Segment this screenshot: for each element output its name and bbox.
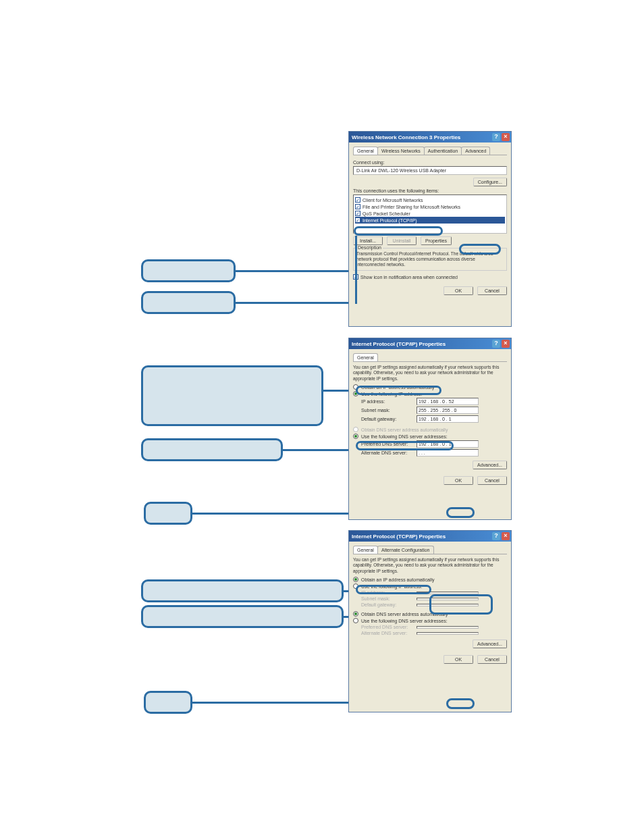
items-label: This connection uses the following items… [353,188,507,193]
connect-using-label: Connect using: [353,160,507,165]
connector-line-vert [355,270,357,304]
install-button[interactable]: Install... [353,236,383,245]
cancel-button[interactable]: Cancel [477,476,507,485]
subnet-mask-label: Subnet mask: [361,596,417,601]
list-item[interactable]: ✓ QoS Packet Scheduler [355,210,505,217]
window-title: Internet Protocol (TCP/IP) Properties [352,533,446,540]
radio-icon[interactable] [353,434,358,439]
tab-alternate-config[interactable]: Alternate Configuration [377,546,434,554]
default-gateway-label: Default gateway: [361,602,417,607]
radio-label: Obtain an IP address automatically [361,577,434,582]
titlebar: Internet Protocol (TCP/IP) Properties ? … [349,338,511,349]
configure-button[interactable]: Configure... [473,178,507,186]
checkbox-icon[interactable]: ✓ [355,217,360,223]
help-icon[interactable]: ? [492,340,500,348]
window-title: Internet Protocol (TCP/IP) Properties [352,341,446,347]
callout-6 [141,579,344,602]
titlebar: Wireless Network Connection 3 Properties… [349,132,511,142]
tab-wireless-networks[interactable]: Wireless Networks [377,147,425,155]
cancel-button[interactable]: Cancel [477,655,507,664]
radio-icon[interactable] [353,618,358,623]
list-item[interactable]: ✓ File and Printer Sharing for Microsoft… [355,203,505,210]
close-icon[interactable]: × [502,133,510,141]
radio-icon [353,427,358,432]
radio-use-dns[interactable]: Use the following DNS server addresses: [353,618,507,623]
dialog-tcpip-properties-auto: Internet Protocol (TCP/IP) Properties ? … [348,530,512,712]
tab-authentication[interactable]: Authentication [424,147,462,155]
dialog-tcpip-properties-static: Internet Protocol (TCP/IP) Properties ? … [348,338,512,520]
preferred-dns-field [417,626,479,629]
show-icon-label: Show icon in notification area when conn… [360,275,458,280]
tab-general[interactable]: General [353,147,378,155]
list-item-label: Client for Microsoft Networks [363,198,423,203]
highlight-obtain-ip [356,386,441,395]
ok-button[interactable]: OK [444,476,473,485]
checkbox-icon[interactable]: ✓ [355,197,360,203]
ok-button[interactable]: OK [444,655,473,664]
connector-line [236,270,356,272]
preferred-dns-label: Preferred DNS server: [361,625,417,629]
advanced-button[interactable]: Advanced... [473,640,507,648]
description-legend: Description [356,245,383,250]
callout-4 [141,438,283,461]
list-item-label: QoS Packet Scheduler [363,211,410,216]
help-icon[interactable]: ? [492,133,500,141]
radio-label: Use the following DNS server addresses: [361,619,448,623]
advanced-button[interactable]: Advanced... [473,461,507,469]
callout-5 [144,502,192,525]
ok-button[interactable]: OK [444,286,473,295]
callout-2 [141,291,236,314]
radio-label: Obtain DNS server address automatically [361,427,448,432]
highlight-ok-btn-3 [446,698,475,709]
highlight-use-ip [356,585,431,594]
ip-address-label: IP address: [361,399,417,404]
subnet-mask-field[interactable]: 255 . 255 . 255 . 0 [417,407,479,414]
list-item-label: Internet Protocol (TCP/IP) [363,218,417,223]
list-item[interactable]: ✓ Client for Microsoft Networks [355,197,505,203]
connector-line-vert [355,236,357,272]
instruction-text: You can get IP settings assigned automat… [353,365,507,382]
default-gateway-field[interactable]: 192 . 168 . 0 . 1 [417,415,479,423]
window-title: Wireless Network Connection 3 Properties [352,134,460,140]
close-icon[interactable]: × [502,532,510,540]
titlebar: Internet Protocol (TCP/IP) Properties ? … [349,531,511,542]
show-icon-checkbox-row[interactable]: ✓ Show icon in notification area when co… [353,274,507,280]
checkbox-icon[interactable]: ✓ [355,204,360,209]
highlight-ip-fields [429,594,493,615]
radio-use-dns[interactable]: Use the following DNS server addresses: [353,434,507,439]
alternate-dns-label: Alternate DNS server: [361,631,417,635]
tabs: General Alternate Configuration [353,546,507,554]
ip-address-field[interactable]: 192 . 168 . 0 . 52 [417,398,479,405]
uninstall-button[interactable]: Uninstall [387,236,417,245]
connector-line [236,302,356,304]
tab-advanced[interactable]: Advanced [461,147,490,155]
adapter-field: D-Link Air DWL-120 Wireless USB Adapter [353,166,507,175]
callout-3 [141,365,323,426]
checkbox-icon[interactable]: ✓ [355,211,360,216]
callout-8 [144,691,192,714]
alternate-dns-label: Alternate DNS server: [361,450,417,455]
alternate-dns-field [417,632,479,635]
radio-icon[interactable] [353,577,358,582]
subnet-mask-label: Subnet mask: [361,408,417,413]
properties-button[interactable]: Properties [421,236,452,245]
instruction-text: You can get IP settings assigned automat… [353,557,507,574]
cancel-button[interactable]: Cancel [477,286,507,295]
highlight-tcpip-item [354,226,443,236]
tab-general[interactable]: General [353,353,378,361]
highlight-ok-btn-2 [446,507,475,518]
callout-1 [141,259,236,282]
tabs: General [353,353,507,362]
radio-icon[interactable] [353,611,358,617]
connector-line [283,449,356,451]
radio-obtain-dns[interactable]: Obtain DNS server address automatically [353,427,507,432]
tab-general[interactable]: General [353,546,378,554]
close-icon[interactable]: × [502,340,510,348]
list-item-label: File and Printer Sharing for Microsoft N… [363,205,460,209]
callout-7 [141,605,344,628]
list-item-tcpip[interactable]: ✓ Internet Protocol (TCP/IP) [355,217,505,224]
radio-obtain-ip[interactable]: Obtain an IP address automatically [353,577,507,582]
default-gateway-label: Default gateway: [361,417,417,421]
help-icon[interactable]: ? [492,532,500,540]
radio-label: Use the following DNS server addresses: [361,434,448,439]
